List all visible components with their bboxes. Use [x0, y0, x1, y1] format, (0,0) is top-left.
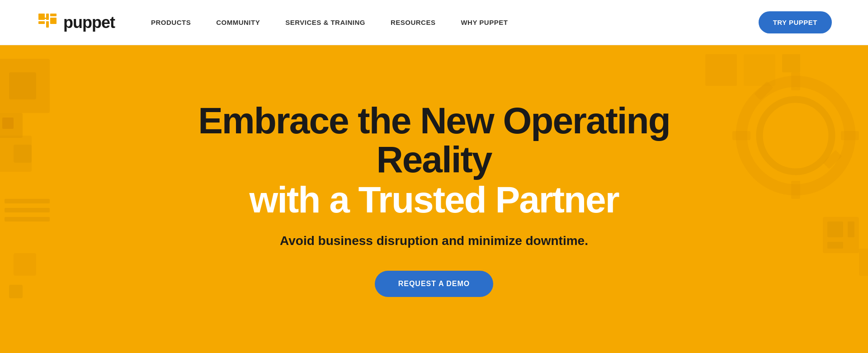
nav-item-resources[interactable]: RESOURCES	[391, 19, 436, 26]
svg-rect-17	[2, 118, 14, 129]
svg-rect-1	[38, 21, 45, 24]
hero-subtitle: Avoid business disruption and minimize d…	[181, 234, 687, 248]
nav-item-services-training[interactable]: SERVICES & TRAINING	[285, 19, 365, 26]
svg-rect-2	[46, 14, 49, 20]
logo-link[interactable]: puppet	[36, 11, 115, 34]
nav-item-products[interactable]: PRODUCTS	[151, 19, 191, 26]
svg-rect-12	[5, 208, 50, 212]
hero-section: Embrace the New Operating Reality with a…	[0, 45, 868, 353]
nav-item-community[interactable]: COMMUNITY	[216, 19, 260, 26]
puppet-logo-icon	[36, 11, 59, 34]
svg-rect-6	[42, 18, 46, 19]
svg-rect-4	[50, 14, 57, 16]
svg-rect-27	[827, 221, 843, 237]
svg-rect-7	[0, 59, 50, 113]
svg-rect-8	[9, 72, 36, 99]
svg-rect-11	[5, 199, 50, 203]
svg-rect-22	[732, 131, 750, 140]
svg-rect-25	[823, 150, 842, 169]
svg-point-19	[760, 99, 832, 172]
svg-rect-24	[754, 81, 773, 100]
svg-rect-13	[5, 217, 50, 221]
navbar: puppet PRODUCTS COMMUNITY SERVICES & TRA…	[0, 0, 868, 45]
svg-point-18	[741, 81, 850, 190]
svg-rect-26	[823, 217, 859, 253]
request-demo-button[interactable]: REQUEST A DEMO	[375, 271, 494, 297]
hero-title-line2: with a Trusted Partner	[181, 179, 687, 220]
hero-content: Embrace the New Operating Reality with a…	[163, 101, 705, 297]
svg-rect-20	[791, 72, 800, 90]
hero-title-line1: Embrace the New Operating Reality	[181, 101, 687, 179]
svg-rect-29	[848, 221, 854, 237]
nav-item-why-puppet[interactable]: WHY PUPPET	[461, 19, 508, 26]
try-puppet-button[interactable]: TRY PUPPET	[759, 11, 832, 33]
svg-rect-23	[841, 131, 859, 140]
svg-rect-28	[827, 242, 843, 249]
svg-rect-9	[0, 136, 32, 172]
svg-rect-21	[791, 181, 800, 199]
svg-rect-16	[0, 113, 23, 138]
svg-rect-5	[50, 18, 57, 24]
svg-rect-33	[782, 54, 800, 72]
svg-rect-15	[9, 285, 23, 298]
svg-rect-10	[14, 145, 32, 163]
svg-rect-30	[859, 249, 868, 276]
logo-text: puppet	[63, 13, 115, 32]
svg-rect-31	[705, 54, 737, 86]
svg-rect-14	[14, 253, 36, 276]
svg-rect-3	[46, 21, 49, 28]
svg-rect-32	[744, 54, 775, 86]
nav-links: PRODUCTS COMMUNITY SERVICES & TRAINING R…	[151, 19, 759, 26]
